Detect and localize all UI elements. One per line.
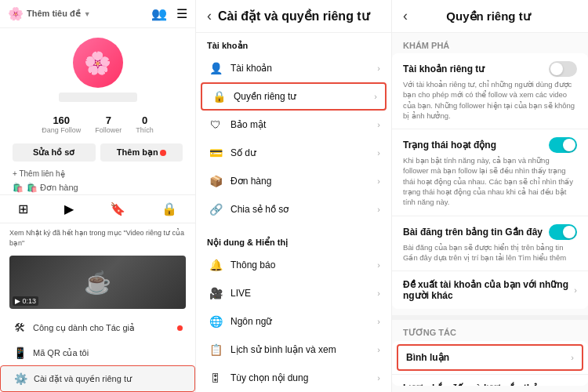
edit-profile-button[interactable]: Sửa hồ sơ (13, 143, 96, 162)
security-icon: 🛡 (207, 118, 224, 131)
menu-item-settings[interactable]: ⚙️ Cài đặt và quyền riêng tư (0, 365, 195, 392)
privacy-item-active-status[interactable]: Trạng thái hoạt động Khi bạn bật tính nă… (392, 129, 588, 215)
language-chevron: › (377, 317, 380, 326)
notification-label: Thông báo (230, 260, 377, 270)
stat-likes[interactable]: 0 Thích (136, 114, 154, 134)
top-icons: 👥 ☰ (151, 6, 187, 21)
settings-item-content-prefs[interactable]: 🎛 Tùy chọn nội dung › (196, 364, 391, 392)
settings-item-share[interactable]: 🔗 Chia sẻ hồ sơ › (196, 195, 391, 223)
language-label: Ngôn ngữ (230, 316, 377, 327)
tab-grid-icon[interactable]: ⊞ (12, 198, 34, 220)
people-icon[interactable]: 👥 (151, 6, 167, 21)
settings-item-live[interactable]: 🎥 LIVE › (196, 279, 391, 307)
qr-icon: 📱 (13, 347, 27, 359)
tab-bookmark-icon[interactable]: 🔖 (103, 198, 132, 220)
tab-icons-row: ⊞ ▶ 🔖 🔒 (0, 194, 195, 223)
account-icon: 👤 (207, 62, 224, 74)
comments-chevron: › (571, 353, 574, 362)
avatar: 🌸 (73, 38, 123, 88)
settings-item-balance[interactable]: 💳 Số dư › (196, 139, 391, 167)
privacy-item-mentions[interactable]: Lượt nhắc đến và lượt gắn thẻ › (392, 374, 588, 386)
video-thumbnail[interactable]: ☕ ▶ 0:13 (9, 256, 186, 309)
menu-item-qr[interactable]: 📱 Mã QR của tôi (0, 340, 195, 365)
more-links-text: + Thêm liên hệ (13, 169, 65, 178)
order-link[interactable]: 🛍️ 🛍️ Đơn hàng (0, 181, 195, 194)
privacy-label: Quyền riêng tư (234, 91, 374, 102)
settings-item-account[interactable]: 👤 Tài khoản › (196, 54, 391, 82)
private-account-desc: Với tài khoản riêng tư, chỉ những người … (403, 79, 577, 121)
profile-top-bar: 🌸 Thêm tiêu đề ▼ 👥 ☰ (0, 0, 195, 28)
stat-follower-number: 7 (106, 114, 111, 126)
stat-follower[interactable]: 7 Follower (95, 114, 122, 134)
recent-feed-toggle[interactable] (549, 224, 577, 240)
stat-follower-label: Follower (95, 126, 122, 134)
stat-likes-label: Thích (136, 126, 154, 134)
live-icon: 🎥 (207, 287, 224, 299)
privacy-group-khampha: Tài khoản riêng tư Với tài khoản riêng t… (392, 53, 588, 309)
settings-icon: ⚙️ (13, 372, 27, 385)
settings-item-notification[interactable]: 🔔 Thông báo › (196, 251, 391, 279)
share-icon: 🔗 (207, 203, 224, 216)
privacy-header: ‹ Quyền riêng tư (392, 0, 588, 33)
privacy-item-private-account[interactable]: Tài khoản riêng tư Với tài khoản riêng t… (392, 53, 588, 129)
settings-item-language[interactable]: 🌐 Ngôn ngữ › (196, 307, 391, 336)
more-links[interactable]: + Thêm liên hệ (0, 166, 195, 181)
security-label: Bảo mật (230, 119, 377, 130)
active-status-toggle[interactable] (549, 137, 577, 153)
tab-play-icon[interactable]: ▶ (58, 198, 80, 220)
add-friend-button[interactable]: Thêm bạn (100, 143, 183, 162)
content-prefs-chevron: › (377, 373, 380, 383)
settings-label: Cài đặt và quyền riêng tư (34, 374, 132, 384)
history-icon: 📋 (207, 343, 224, 356)
settings-item-orders[interactable]: 📦 Đơn hàng › (196, 167, 391, 195)
settings-back-button[interactable]: ‹ (207, 8, 212, 24)
account-section-header: Tài khoản (196, 33, 391, 54)
qr-label: Mã QR của tôi (33, 348, 89, 358)
privacy-chevron: › (374, 92, 377, 101)
profile-panel: 🌸 Thêm tiêu đề ▼ 👥 ☰ 🌸 160 Đang Follow 7… (0, 0, 196, 392)
account-label: Tài khoản (230, 63, 377, 74)
private-notice: Xem Nhật ký đã hết hạn trong mục "Video … (0, 223, 195, 252)
stat-likes-number: 0 (142, 114, 147, 126)
mentions-chevron: › (574, 383, 577, 386)
private-account-toggle[interactable] (549, 61, 577, 77)
video-duration: ▶ 0:13 (13, 296, 38, 306)
comments-title: Bình luận (406, 352, 568, 363)
privacy-icon: 🔒 (210, 90, 227, 103)
private-notice-text: Xem Nhật ký đã hết hạn trong mục "Video … (9, 229, 184, 247)
top-add-label: ▼ (84, 10, 91, 18)
stat-following[interactable]: 160 Đang Follow (42, 114, 81, 134)
privacy-back-button[interactable]: ‹ (403, 8, 408, 24)
share-chevron: › (377, 205, 380, 214)
menu-item-tools[interactable]: 🛠 Công cụ dành cho Tác giả (0, 315, 195, 340)
tools-notification-dot (177, 325, 183, 331)
khampha-section-title: Khám phá (392, 33, 588, 53)
avatar-section: 🌸 (0, 28, 195, 110)
settings-panel: ‹ Cài đặt và quyền riêng tư Tài khoản 👤 … (196, 0, 392, 392)
balance-label: Số dư (230, 147, 377, 158)
content-section-header: Nội dung & Hiển thị (196, 230, 391, 251)
order-icon: 🛍️ (13, 183, 24, 193)
private-account-title: Tài khoản riêng tư (403, 64, 549, 74)
settings-item-security[interactable]: 🛡 Bảo mật › (196, 111, 391, 139)
settings-item-privacy[interactable]: 🔒 Quyền riêng tư › (201, 82, 387, 111)
notification-icon: 🔔 (207, 259, 224, 271)
mentions-title: Lượt nhắc đến và lượt gắn thẻ (403, 383, 571, 386)
language-icon: 🌐 (207, 315, 224, 328)
order-label: 🛍️ Đơn hàng (27, 183, 78, 193)
orders-icon: 📦 (207, 175, 224, 187)
privacy-item-comments[interactable]: Bình luận › (397, 344, 583, 371)
tuongtac-section-title: Tương tác (392, 320, 588, 341)
recent-feed-title: Bài đăng trên bảng tin Gần đây (403, 227, 549, 238)
tab-lock-icon[interactable]: 🔒 (155, 198, 183, 220)
menu-icon[interactable]: ☰ (176, 6, 187, 21)
privacy-item-suggest-account[interactable]: Đề xuất tài khoản của bạn với những ngườ… (392, 270, 588, 309)
content-prefs-icon: 🎛 (207, 372, 224, 384)
privacy-item-recent-feed[interactable]: Bài đăng trên bảng tin Gần đây Bài đăng … (392, 216, 588, 271)
active-status-title: Trạng thái hoạt động (403, 140, 549, 151)
account-chevron: › (377, 64, 380, 73)
username-area: 🌸 Thêm tiêu đề ▼ (8, 6, 91, 21)
settings-item-history[interactable]: 📋 Lịch sử bình luận và xem › (196, 336, 391, 364)
tools-label: Công cụ dành cho Tác giả (33, 323, 135, 333)
notification-dot (160, 150, 166, 156)
